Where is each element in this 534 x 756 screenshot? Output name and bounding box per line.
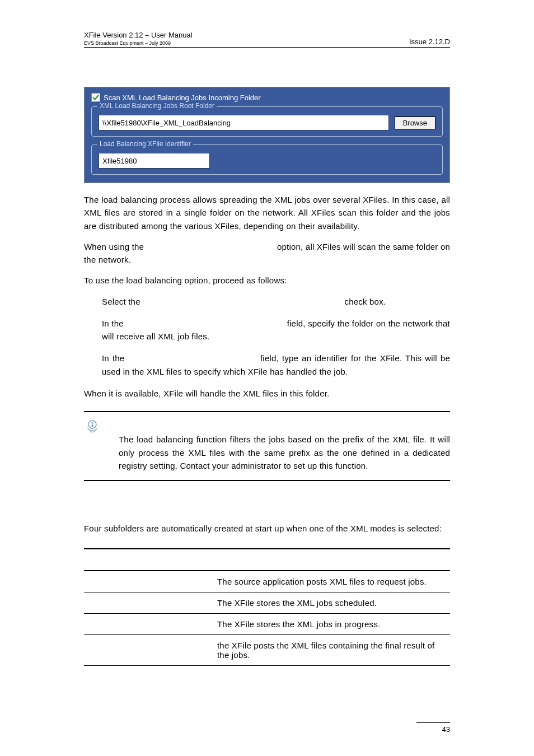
svg-rect-2	[92, 424, 93, 427]
header-left: XFile Version 2.12 – User Manual EVS Bro…	[84, 31, 193, 46]
paragraph-1: The load balancing process allows spread…	[84, 193, 450, 232]
note-label: Note	[119, 422, 138, 431]
root-folder-group: XML Load Balancing Jobs Root Folder Brow…	[91, 106, 443, 137]
table-cell-value: the XFile posts the XML files containing…	[214, 635, 450, 666]
s2-pre: In the	[102, 319, 126, 328]
table-cell-key: Incoming	[84, 571, 214, 592]
table-header-subfolder: Subfolder	[84, 549, 214, 571]
page-header: XFile Version 2.12 – User Manual EVS Bro…	[84, 31, 450, 48]
section-heading: XML Jobs Subfolders	[84, 506, 450, 515]
identifier-group: Load Balancing XFile Identifier	[91, 144, 443, 175]
s3-pre: In the	[102, 353, 128, 363]
step-3: In the Load Balancing XFile Identifier f…	[102, 352, 450, 378]
identifier-legend: Load Balancing XFile Identifier	[97, 140, 193, 148]
table-row: Resultsthe XFile posts the XML files con…	[84, 635, 450, 666]
root-folder-input[interactable]	[99, 115, 389, 130]
load-balancing-panel: Scan XML Load Balancing Jobs Incoming Fo…	[84, 87, 450, 183]
identifier-input[interactable]	[99, 153, 210, 169]
body-text: The load balancing process allows spread…	[84, 193, 450, 400]
page-footer: 43	[416, 722, 450, 734]
browse-button[interactable]: Browse	[395, 116, 435, 129]
p2-pre: When using the	[84, 242, 147, 251]
table-row: IncomingThe source application posts XML…	[84, 571, 450, 592]
svg-point-1	[91, 422, 93, 423]
note-block: Note The load balancing function filters…	[84, 411, 450, 481]
table-cell-value: The source application posts XML files t…	[214, 571, 450, 592]
table-cell-key: Results	[84, 635, 214, 666]
table-cell-value: The XFile stores the XML jobs scheduled.	[214, 592, 450, 614]
table-row: In_ProgressThe XFile stores the XML jobs…	[84, 614, 450, 635]
note-body: The load balancing function filters the …	[119, 433, 450, 472]
s1-strong: Scan XML Load Balancing Jobs Incoming Fo…	[143, 297, 342, 306]
scan-checkbox-label: Scan XML Load Balancing Jobs Incoming Fo…	[104, 94, 261, 102]
doc-title: XFile Version 2.12 – User Manual	[84, 31, 193, 39]
issue-number: Issue 2.12.D	[409, 38, 450, 46]
s3-strong: Load Balancing XFile Identifier	[128, 353, 256, 363]
after-steps: When it is available, XFile will handle …	[84, 387, 450, 400]
scan-checkbox-row: Scan XML Load Balancing Jobs Incoming Fo…	[91, 93, 443, 102]
step-2: In the XML Load Balancing Jobs Root Fold…	[102, 317, 450, 343]
subfolders-table: Subfolder Description IncomingThe source…	[84, 548, 450, 666]
step-1: Select the Scan XML Load Balancing Jobs …	[102, 295, 450, 308]
p2-strong: Autoscan Load Balancing Jobs	[147, 242, 275, 251]
section-intro: Four subfolders are automatically create…	[84, 522, 450, 535]
scan-checkbox[interactable]	[91, 93, 100, 102]
table-cell-key: Scheduled	[84, 592, 214, 614]
s1-pre: Select the	[102, 297, 143, 306]
note-icon	[84, 420, 101, 437]
table-cell-key: In_Progress	[84, 614, 214, 635]
table-cell-value: The XFile stores the XML jobs in progres…	[214, 614, 450, 635]
paragraph-2: When using the Autoscan Load Balancing J…	[84, 240, 450, 267]
root-folder-legend: XML Load Balancing Jobs Root Folder	[97, 102, 217, 110]
table-row: ScheduledThe XFile stores the XML jobs s…	[84, 592, 450, 614]
s2-strong: XML Load Balancing Jobs Root Folder	[126, 319, 284, 328]
table-header-description: Description	[214, 549, 450, 571]
paragraph-3: To use the load balancing option, procee…	[84, 274, 450, 287]
note-text: Note The load balancing function filters…	[119, 420, 450, 472]
s1-post: check box.	[342, 297, 386, 306]
doc-subtitle: EVS Broadcast Equipment – July 2009	[84, 40, 193, 46]
check-icon	[92, 94, 99, 101]
